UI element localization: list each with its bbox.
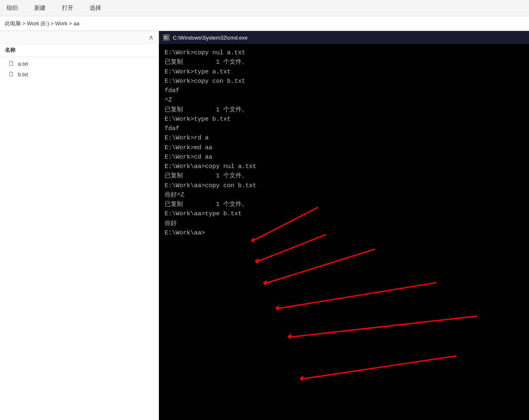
cmd-line: 已复制 1 个文件。 [165, 57, 523, 67]
file-list: 🗋 a.txt 🗋 b.txt [0, 57, 159, 81]
cmd-line: E:\Work>copy con b.txt [165, 77, 523, 86]
sort-icon[interactable]: ∧ [149, 33, 154, 41]
cmd-line: E:\Work>type b.txt [165, 115, 523, 124]
svg-line-6 [277, 283, 436, 309]
svg-line-8 [289, 316, 477, 337]
cmd-line: 已复制 1 个文件。 [165, 171, 523, 181]
cmd-content[interactable]: E:\Work>copy nul a.txt已复制 1 个文件。E:\Work>… [159, 44, 529, 420]
cmd-line: E:\Work>rd a [165, 133, 523, 143]
cmd-title: C:\Windows\System32\cmd.exe [173, 35, 248, 41]
cmd-line: 你好^Z [165, 190, 523, 200]
main-area: ∧ 名称 🗋 a.txt 🗋 b.txt C: C:\Windows\Syste… [0, 31, 529, 420]
cmd-line: E:\Work\aa>copy con b.txt [165, 181, 523, 190]
svg-marker-3 [255, 259, 259, 264]
toolbar-select[interactable]: 选择 [90, 4, 101, 12]
svg-marker-11 [300, 376, 304, 381]
file-icon-b: 🗋 [8, 71, 15, 78]
cmd-line: 已复制 1 个文件。 [165, 200, 523, 209]
svg-line-2 [257, 234, 326, 262]
cmd-line: E:\Work>cd aa [165, 153, 523, 162]
cmd-titlebar: C: C:\Windows\System32\cmd.exe [159, 31, 529, 44]
column-name-header: 名称 [0, 44, 159, 57]
cmd-line: E:\Work\aa>copy nul a.txt [165, 162, 523, 171]
cmd-line: 你好 [165, 219, 523, 228]
toolbar: 组织 新建 打开 选择 [0, 0, 529, 16]
cmd-line: fdaf [165, 124, 523, 133]
file-icon-a: 🗋 [8, 60, 15, 67]
cmd-line: ^Z [165, 95, 523, 105]
file-panel: ∧ 名称 🗋 a.txt 🗋 b.txt [0, 31, 159, 420]
toolbar-organize[interactable]: 组织 [7, 4, 18, 12]
cmd-line: fdaf [165, 86, 523, 95]
svg-line-4 [265, 249, 375, 283]
cmd-window: C: C:\Windows\System32\cmd.exe E:\Work>c… [159, 31, 529, 420]
svg-marker-9 [287, 334, 291, 339]
file-panel-header: ∧ [0, 31, 159, 44]
breadcrumb-path: 此电脑 > Work (E:) > Work > aa [5, 20, 79, 27]
breadcrumb: 此电脑 > Work (E:) > Work > aa [0, 16, 529, 31]
file-name-b: b.txt [18, 71, 28, 77]
svg-line-10 [302, 356, 456, 379]
file-item-a[interactable]: 🗋 a.txt [0, 58, 159, 69]
svg-marker-5 [263, 280, 267, 286]
toolbar-new[interactable]: 新建 [34, 4, 46, 12]
file-name-a: a.txt [18, 61, 28, 67]
cmd-line: 已复制 1 个文件。 [165, 105, 523, 115]
svg-marker-7 [275, 305, 279, 311]
cmd-line: E:\Work>type a.txt [165, 67, 523, 77]
svg-marker-1 [251, 237, 255, 243]
cmd-line: E:\Work>md aa [165, 143, 523, 153]
cmd-line: E:\Work>copy nul a.txt [165, 48, 523, 57]
cmd-line: E:\Work\aa> [165, 228, 523, 238]
file-item-b[interactable]: 🗋 b.txt [0, 69, 159, 80]
cmd-line: E:\Work\aa>type b.txt [165, 209, 523, 219]
toolbar-open[interactable]: 打开 [62, 4, 73, 12]
cmd-icon: C: [163, 34, 170, 41]
